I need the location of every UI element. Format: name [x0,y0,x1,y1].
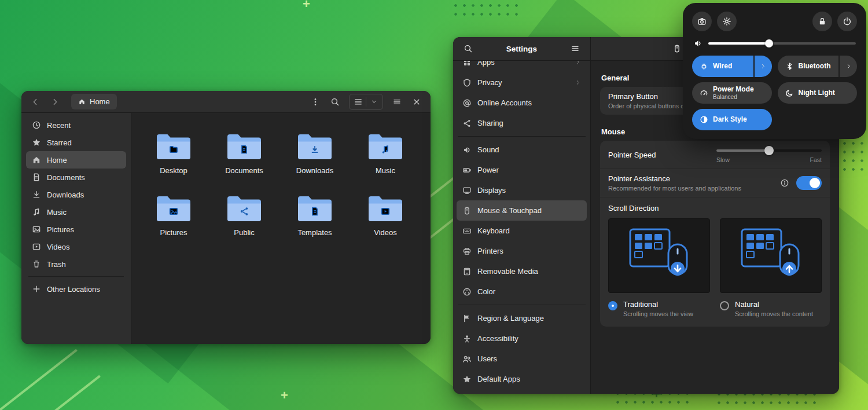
settings-nav-item-displays[interactable]: Displays [457,180,587,200]
settings-nav-item-mouse-touchpad[interactable]: Mouse & Touchpad [457,200,587,221]
chev-r-icon [760,63,766,69]
files-sidebar-item-videos[interactable]: Videos [26,238,126,255]
scroll-direction-grid: Traditional Scrolling moves the view [608,218,822,317]
volume-slider[interactable] [708,39,856,48]
files-sidebar-nav: RecentStarredHomeDocumentsDownloadsMusic… [26,116,126,298]
qs-tile-power-mode-button[interactable]: Power ModeBalanced [692,82,772,104]
settings-button[interactable] [717,12,737,31]
files-headerbar: Home [21,91,431,113]
qs-tile-texts: Wired [713,63,732,71]
folder-icon [296,131,333,162]
settings-nav-item-keyboard[interactable]: Keyboard [457,221,587,241]
folder-icon [226,131,263,162]
settings-nav-item-default-apps[interactable]: Default Apps [457,369,587,389]
qs-tile-bluetooth-arrow[interactable] [840,56,857,77]
lock-button[interactable] [812,12,832,31]
power-button[interactable] [837,12,857,31]
search-button[interactable] [327,94,343,110]
pointer-assistance-texts: Pointer Assistance Recommended for most … [608,174,741,192]
traditional-label: Traditional [623,300,693,309]
folder-videos[interactable]: Videos [350,189,421,237]
settings-nav-item-region-language[interactable]: Region & Language [457,308,587,328]
folder-name: Videos [374,228,397,237]
settings-nav-item-removable-media[interactable]: Removable Media [457,261,587,281]
nav-item-label: Color [477,287,495,296]
folder-icon [367,193,404,224]
screenshot-button[interactable] [692,12,712,31]
wallpaper-line [0,375,101,410]
hamburger-menu-button[interactable] [389,94,405,110]
wallpaper-plus-mark [303,0,310,12]
qs-tile-wired-arrow[interactable] [755,56,772,77]
slider-thumb[interactable] [764,146,774,155]
settings-menu-button[interactable] [567,41,583,57]
settings-nav-item-online-accounts[interactable]: Online Accounts [457,93,587,113]
settings-nav-item-power[interactable]: Power [457,160,587,180]
bluetooth-icon [785,62,794,71]
nightlight-icon [785,89,794,97]
back-button[interactable] [27,94,43,110]
settings-nav-item-color[interactable]: Color [457,281,587,302]
list-view-button[interactable] [351,95,366,109]
settings-nav-item-sound[interactable]: Sound [457,140,587,160]
folder-downloads[interactable]: Downloads [279,127,350,175]
slider-thumb[interactable] [765,39,773,47]
files-sidebar-item-documents[interactable]: Documents [26,169,126,186]
folder-name: Desktop [160,166,187,175]
person-icon [462,334,472,343]
folder-documents[interactable]: Documents [209,127,279,175]
settings-nav-item-printers[interactable]: Printers [457,241,587,261]
qs-tile-subtitle: Balanced [713,94,754,101]
radio-traditional[interactable] [608,301,617,310]
files-sidebar-item-home[interactable]: Home [26,151,126,169]
scroll-option-natural[interactable]: Natural Scrolling moves the content [720,300,822,317]
settings-nav-item-sharing[interactable]: Sharing [457,113,587,133]
folder-public[interactable]: Public [209,189,279,237]
files-sidebar-item-recent[interactable]: Recent [26,116,126,134]
sidebar-item-label: Home [47,156,67,164]
scroll-traditional-column: Traditional Scrolling moves the view [608,218,710,317]
folder-desktop[interactable]: Desktop [138,127,209,175]
scroll-natural-illustration [720,218,822,293]
folder-name: Documents [225,166,263,175]
folder-music[interactable]: Music [350,127,421,175]
files-sidebar-item-pictures[interactable]: Pictures [26,221,126,238]
scroll-direction-label: Scroll Direction [608,204,822,213]
folder-templates[interactable]: Templates [279,189,350,237]
nav-item-label: Printers [477,247,503,255]
qs-tile-wired-button[interactable]: Wired [692,56,753,77]
qs-tile-label: Night Light [799,89,835,97]
natural-subtitle: Scrolling moves the content [735,310,813,317]
settings-search-button[interactable] [460,41,476,57]
qs-tile-dark-style: Dark Style [692,109,772,130]
folder-pictures[interactable]: Pictures [138,189,209,237]
scroll-natural-column: Natural Scrolling moves the content [720,218,822,317]
close-window-button[interactable] [409,94,425,110]
path-options-button[interactable] [307,94,323,110]
settings-nav-item-users[interactable]: Users [457,349,587,369]
info-icon[interactable] [780,178,789,188]
settings-nav-item-privacy[interactable]: Privacy [457,72,587,93]
breadcrumb[interactable]: Home [71,94,117,109]
view-options-button[interactable] [366,95,381,109]
radio-natural[interactable] [720,301,729,310]
pointer-speed-slider[interactable] [716,146,822,155]
sidebar-item-label: Other Locations [47,285,100,294]
files-sidebar-item-other-locations[interactable]: Other Locations [26,280,126,298]
sidebar-item-label: Music [47,208,67,217]
forward-button[interactable] [47,94,63,110]
files-sidebar-item-music[interactable]: Music [26,203,126,221]
qs-tile-bluetooth-button[interactable]: Bluetooth [778,56,839,77]
files-sidebar-item-trash[interactable]: Trash [26,255,126,273]
close-icon [412,97,421,107]
scroll-option-traditional[interactable]: Traditional Scrolling moves the view [608,300,710,317]
pointer-speed-scale: Slow Fast [716,156,822,163]
chevron-down-icon [371,98,377,105]
nav-item-label: Displays [477,186,506,195]
files-sidebar-item-starred[interactable]: Starred [26,134,126,151]
settings-nav-item-accessibility[interactable]: Accessibility [457,328,587,349]
files-sidebar-item-downloads[interactable]: Downloads [26,186,126,203]
pointer-assistance-toggle[interactable] [796,176,822,190]
qs-tile-dark-style-button[interactable]: Dark Style [692,109,772,130]
qs-tile-night-light-button[interactable]: Night Light [778,82,858,104]
